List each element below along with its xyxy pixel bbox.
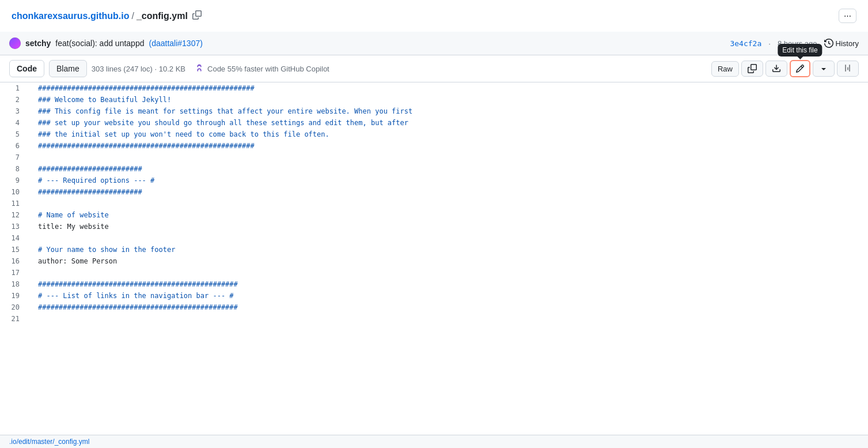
table-row: 18######################################…: [0, 278, 868, 290]
line-number: 20: [0, 302, 29, 313]
code-table: 1#######################################…: [0, 82, 868, 325]
author-avatar: [9, 37, 21, 49]
table-row: 9# --- Required options --- #: [0, 175, 868, 186]
table-row: 13title: My website: [0, 221, 868, 232]
commit-sha[interactable]: 3e4cf2a: [730, 39, 761, 48]
chevron-down-icon: [819, 64, 828, 73]
table-row: 19# --- List of links in the navigation …: [0, 290, 868, 302]
symbols-button[interactable]: [837, 61, 859, 77]
table-row: 5### the initial set up you won't need t…: [0, 129, 868, 140]
table-row: 11: [0, 198, 868, 209]
edit-file-button[interactable]: [790, 60, 810, 77]
table-row: 10#########################: [0, 186, 868, 198]
code-cell: [29, 232, 868, 244]
table-row: 12# Name of website: [0, 209, 868, 221]
table-row: 17: [0, 267, 868, 278]
code-tab[interactable]: Code: [9, 60, 44, 77]
line-number: 16: [0, 255, 29, 267]
file-meta: 303 lines (247 loc) · 10.2 KB: [92, 65, 185, 73]
code-cell: ########################################…: [29, 82, 868, 94]
copilot-text: Code 55% faster with GitHub Copilot: [207, 65, 329, 73]
code-cell: # Name of website: [29, 209, 868, 221]
table-row: 15# Your name to show in the footer: [0, 244, 868, 255]
code-view: 1#######################################…: [0, 82, 868, 325]
commit-pr-link[interactable]: (daattali#1307): [149, 39, 202, 48]
line-number: 19: [0, 290, 29, 302]
line-number: 11: [0, 198, 29, 209]
commit-bar: setchy feat(social): add untappd (daatta…: [0, 32, 868, 55]
table-row: 20######################################…: [0, 302, 868, 313]
code-cell: ########################################…: [29, 302, 868, 313]
code-cell: ### This config file is meant for settin…: [29, 106, 868, 117]
table-row: 2### Welcome to Beautiful Jekyll!: [0, 94, 868, 106]
copy-content-button[interactable]: [741, 61, 763, 77]
line-number: 17: [0, 267, 29, 278]
line-number: 1: [0, 82, 29, 94]
copilot-icon: [195, 64, 204, 73]
breadcrumb: chonkarexsaurus.github.io / _config.yml: [12, 8, 204, 24]
line-number: 7: [0, 152, 29, 163]
history-label: History: [836, 39, 859, 48]
edit-button-wrapper: Edit this file: [790, 60, 810, 77]
table-row: 6#######################################…: [0, 140, 868, 152]
file-name: _config.yml: [137, 11, 188, 21]
commit-dot: ·: [768, 39, 771, 48]
symbol-icon: [843, 64, 852, 73]
repo-link[interactable]: chonkarexsaurus.github.io: [12, 11, 129, 21]
code-cell: title: My website: [29, 221, 868, 232]
line-number: 6: [0, 140, 29, 152]
copy-path-button[interactable]: [190, 8, 204, 24]
code-cell: # --- Required options --- #: [29, 175, 868, 186]
code-cell: ### set up your website you should go th…: [29, 117, 868, 129]
toolbar-right: Raw Edit this file: [711, 60, 859, 77]
line-number: 18: [0, 278, 29, 290]
copilot-badge[interactable]: Code 55% faster with GitHub Copilot: [195, 64, 329, 73]
table-row: 14: [0, 232, 868, 244]
line-number: 4: [0, 117, 29, 129]
history-icon: [824, 39, 833, 48]
line-number: 15: [0, 244, 29, 255]
edit-icon: [795, 64, 805, 73]
code-cell: # Your name to show in the footer: [29, 244, 868, 255]
code-cell: [29, 267, 868, 278]
code-cell: author: Some Person: [29, 255, 868, 267]
toolbar-left: Code Blame 303 lines (247 loc) · 10.2 KB…: [9, 60, 329, 77]
code-cell: [29, 152, 868, 163]
raw-button[interactable]: Raw: [711, 61, 739, 77]
history-button[interactable]: History: [824, 39, 859, 48]
table-row: 3### This config file is meant for setti…: [0, 106, 868, 117]
line-number: 21: [0, 313, 29, 325]
download-icon: [772, 64, 781, 73]
commit-meta: 3e4cf2a · 8 hours ago History: [730, 39, 859, 48]
download-button[interactable]: [765, 61, 787, 77]
table-row: 16author: Some Person: [0, 255, 868, 267]
table-row: 8#########################: [0, 163, 868, 175]
table-row: 1#######################################…: [0, 82, 868, 94]
table-row: 4### set up your website you should go t…: [0, 117, 868, 129]
breadcrumb-bar: chonkarexsaurus.github.io / _config.yml …: [0, 0, 868, 32]
commit-author[interactable]: setchy: [25, 39, 51, 48]
code-cell: ### the initial set up you won't need to…: [29, 129, 868, 140]
code-cell: ########################################…: [29, 278, 868, 290]
code-cell: [29, 313, 868, 325]
line-number: 8: [0, 163, 29, 175]
file-meta-text: 303 lines (247 loc) · 10.2 KB: [92, 65, 185, 73]
code-cell: #########################: [29, 163, 868, 175]
line-number: 9: [0, 175, 29, 186]
commit-time: 8 hours ago: [778, 39, 817, 48]
code-cell: # --- List of links in the navigation ba…: [29, 290, 868, 302]
commit-message: feat(social): add untappd: [55, 39, 144, 48]
code-cell: ### Welcome to Beautiful Jekyll!: [29, 94, 868, 106]
blame-tab[interactable]: Blame: [49, 60, 87, 77]
commit-info: setchy feat(social): add untappd (daatta…: [9, 37, 203, 49]
line-number: 12: [0, 209, 29, 221]
edit-dropdown-button[interactable]: [813, 61, 835, 77]
line-number: 13: [0, 221, 29, 232]
line-number: 14: [0, 232, 29, 244]
code-cell: #########################: [29, 186, 868, 198]
line-number: 3: [0, 106, 29, 117]
code-cell: [29, 198, 868, 209]
code-cell: ########################################…: [29, 140, 868, 152]
more-options-button[interactable]: ⋯: [839, 9, 856, 23]
file-toolbar: Code Blame 303 lines (247 loc) · 10.2 KB…: [0, 55, 868, 82]
